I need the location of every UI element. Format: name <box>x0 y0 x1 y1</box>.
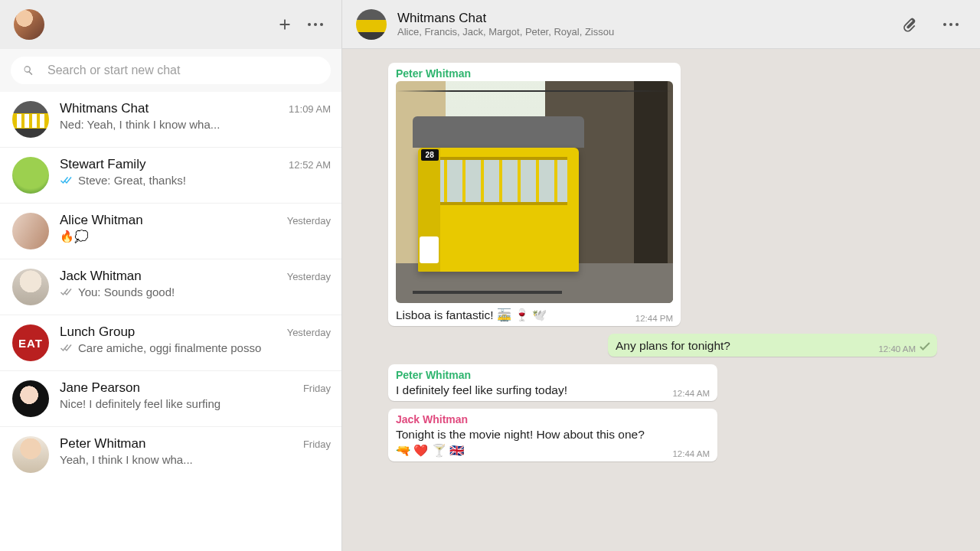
read-ticks-icon <box>60 175 74 186</box>
chat-item-time: Yesterday <box>287 271 331 282</box>
chat-item-name: Alice Whitman <box>60 213 281 228</box>
chat-item-preview: Yeah, I think I know wha... <box>60 453 331 466</box>
dots-icon <box>942 23 960 26</box>
message-time: 12:44 AM <box>672 389 710 398</box>
message-text: Lisboa is fantastic! 🚋 🍷 🕊️ <box>396 308 673 323</box>
chat-item-avatar <box>12 380 49 417</box>
chat-item-name: Jack Whitman <box>60 269 281 284</box>
message-incoming[interactable]: Peter Whitman 28 Lisboa is fantastic! 🚋 … <box>388 63 681 326</box>
chat-item-avatar: EAT <box>12 324 49 361</box>
search-icon <box>21 64 35 77</box>
sent-tick-icon <box>919 341 931 354</box>
chat-item-avatar <box>12 101 49 138</box>
message-incoming[interactable]: Jack WhitmanTonight is the movie night! … <box>388 409 717 461</box>
plus-icon <box>276 16 293 33</box>
chat-item[interactable]: Peter Whitman Friday Yeah, I think I kno… <box>0 426 341 482</box>
message-time: 12:44 PM <box>635 314 673 323</box>
conversation-title: Whitmans Chat <box>397 11 884 26</box>
chat-item-name: Peter Whitman <box>60 436 297 452</box>
chat-item-time: Friday <box>303 383 331 394</box>
conversation-menu-button[interactable] <box>936 9 966 40</box>
dots-icon <box>306 23 325 26</box>
chat-item-time: 11:09 AM <box>289 103 331 115</box>
message-text: Tonight is the movie night! How about th… <box>396 427 710 458</box>
chat-item-preview: Steve: Great, thanks! <box>60 174 331 187</box>
chat-item-avatar <box>12 157 49 194</box>
chat-item-name: Jane Pearson <box>60 380 297 396</box>
chat-item-avatar <box>12 213 49 249</box>
conversation-avatar[interactable] <box>356 9 387 40</box>
my-avatar[interactable] <box>14 9 44 40</box>
chat-item-name: Whitmans Chat <box>60 101 283 116</box>
search-box[interactable] <box>11 57 331 84</box>
message-outgoing[interactable]: Any plans for tonight?12:40 AM <box>608 334 937 357</box>
message-incoming[interactable]: Peter WhitmanI definitely feel like surf… <box>388 364 717 401</box>
chat-item-name: Stewart Family <box>60 157 283 172</box>
chat-item-avatar <box>12 436 49 473</box>
sidebar-search <box>0 49 341 92</box>
paperclip-icon <box>901 16 918 33</box>
chat-item-time: 12:52 AM <box>289 159 331 171</box>
read-ticks-icon <box>60 343 74 354</box>
chat-item-name: Lunch Group <box>60 324 281 340</box>
chat-item-preview: 🔥💭 <box>60 230 331 243</box>
new-chat-button[interactable] <box>270 9 300 40</box>
message-sender: Peter Whitman <box>396 67 673 80</box>
conversation-subtitle: Alice, Francis, Jack, Margot, Peter, Roy… <box>397 26 884 37</box>
chat-item[interactable]: Alice Whitman Yesterday 🔥💭 <box>0 203 341 259</box>
message-sender: Jack Whitman <box>396 413 710 425</box>
conversation-header: Whitmans Chat Alice, Francis, Jack, Marg… <box>342 0 980 49</box>
chat-item-time: Friday <box>303 439 331 450</box>
chat-item-preview: Ned: Yeah, I think I know wha... <box>60 118 331 131</box>
chat-item-preview: You: Sounds good! <box>60 285 331 298</box>
chat-item[interactable]: EAT Lunch Group Yesterday Care amiche, o… <box>0 315 341 370</box>
conversation-pane: Whitmans Chat Alice, Francis, Jack, Marg… <box>342 0 980 551</box>
conversation-body[interactable]: Peter Whitman 28 Lisboa is fantastic! 🚋 … <box>342 49 980 551</box>
chat-item[interactable]: Stewart Family 12:52 AM Steve: Great, th… <box>0 147 341 203</box>
message-text: I definitely feel like surfing today! <box>396 383 710 398</box>
chat-item-time: Yesterday <box>287 327 331 338</box>
message-time: 12:44 AM <box>672 449 710 458</box>
chat-item[interactable]: Whitmans Chat 11:09 AM Ned: Yeah, I thin… <box>0 92 341 147</box>
search-input[interactable] <box>47 64 320 77</box>
chat-list[interactable]: Whitmans Chat 11:09 AM Ned: Yeah, I thin… <box>0 92 341 551</box>
chat-item-preview: Care amiche, oggi finalmente posso <box>60 341 331 354</box>
message-time: 12:40 AM <box>878 344 916 354</box>
attach-button[interactable] <box>894 9 925 40</box>
sidebar-menu-button[interactable] <box>300 9 331 40</box>
chat-item-time: Yesterday <box>287 215 331 227</box>
message-image[interactable]: 28 <box>396 81 673 303</box>
chat-item[interactable]: Jack Whitman Yesterday You: Sounds good! <box>0 259 341 315</box>
read-ticks-icon <box>60 287 74 298</box>
sidebar: Whitmans Chat 11:09 AM Ned: Yeah, I thin… <box>0 0 342 551</box>
message-sender: Peter Whitman <box>396 369 710 381</box>
chat-item-avatar <box>12 269 49 305</box>
chat-item-preview: Nice! I definitely feel like surfing <box>60 397 331 410</box>
sidebar-header <box>0 0 341 49</box>
conversation-titles[interactable]: Whitmans Chat Alice, Francis, Jack, Marg… <box>397 11 884 37</box>
chat-item[interactable]: Jane Pearson Friday Nice! I definitely f… <box>0 370 341 426</box>
